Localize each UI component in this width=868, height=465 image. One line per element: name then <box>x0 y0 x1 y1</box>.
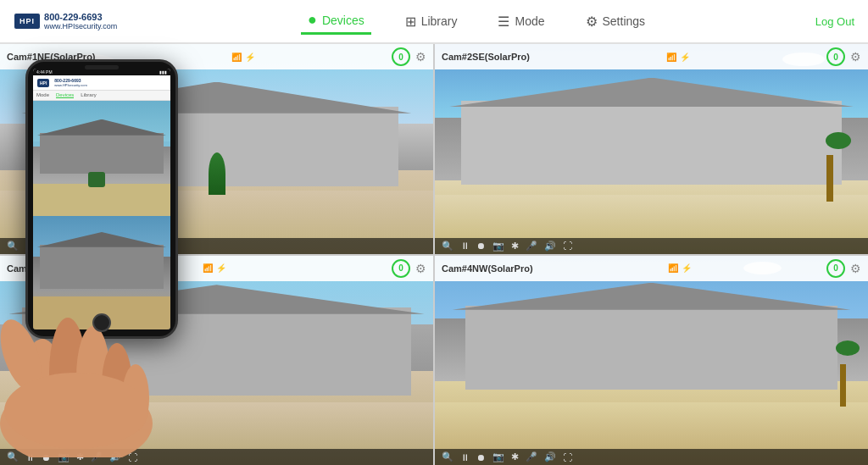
nav-mode[interactable]: ☰ Mode <box>491 10 551 33</box>
nav-settings[interactable]: ⚙ Settings <box>579 10 653 33</box>
logo-phone: 800-229-6693 <box>44 12 117 22</box>
cam4-ctrl-volume[interactable]: 🔊 <box>544 451 556 462</box>
cam1-wifi-icon: 📶 <box>231 53 242 62</box>
nav-devices[interactable]: ● Devices <box>301 8 371 35</box>
cam1-signal-icon: ⚡ <box>245 53 255 62</box>
cam2-wifi-icon: 📶 <box>666 53 676 62</box>
phone-status-bar: 4:44 PM ▮▮▮ <box>33 69 170 75</box>
cam4-ctrl-motion[interactable]: ✱ <box>511 451 519 462</box>
cam2-ctrl-volume[interactable]: 🔊 <box>544 241 556 252</box>
phone-nav-mode[interactable]: Mode <box>36 92 49 98</box>
cam4-label-bar: Cam#4NW(SolarPro) 📶 ⚡ 0 ⚙ <box>435 256 868 281</box>
cam2-title: Cam#2SE(SolarPro) <box>442 52 530 62</box>
logo-url: www.HPIsecurity.com <box>44 22 117 30</box>
app-container: HPI 800-229-6693 www.HPIsecurity.com ● D… <box>0 0 868 465</box>
logo-text: 800-229-6693 www.HPIsecurity.com <box>44 12 117 30</box>
cam2-controls: 🔍 ⏸ ⏺ 📷 ✱ 🎤 🔊 ⛶ <box>435 238 868 254</box>
cam4-ctrl-photo[interactable]: 📷 <box>492 451 504 462</box>
settings-gear-icon: ⚙ <box>586 14 598 30</box>
cam4-ctrl-pause[interactable]: ⏸ <box>460 452 470 462</box>
cam4-ctrl-record[interactable]: ⏺ <box>476 452 486 462</box>
nav-library-label: Library <box>421 14 458 28</box>
cam1-badge: 0 <box>392 47 410 66</box>
camera-cell-4: Cam#4NW(SolarPro) 📶 ⚡ 0 ⚙ 🔍 ⏸ ⏺ 📷 ✱ 🎤 🔊 <box>435 256 868 466</box>
phone-signal: ▮▮▮ <box>159 69 167 75</box>
mode-lines-icon: ☰ <box>498 14 509 30</box>
cam2-ctrl-search[interactable]: 🔍 <box>442 241 453 252</box>
library-grid-icon: ⊞ <box>405 14 416 30</box>
phone-nav-library[interactable]: Library <box>81 92 96 98</box>
cam2-icons-right: 0 ⚙ <box>826 47 861 66</box>
cam3-icons-right: 0 ⚙ <box>392 259 426 278</box>
cam2-label-bar: Cam#2SE(SolarPro) 📶 ⚡ 0 ⚙ <box>435 44 868 69</box>
cam2-ctrl-photo[interactable]: 📷 <box>492 241 504 252</box>
cam4-ctrl-search[interactable]: 🔍 <box>442 451 453 462</box>
nav-mode-label: Mode <box>515 14 544 28</box>
phone-home-button[interactable] <box>92 313 111 332</box>
phone-logo-text: 800-229-6693 www.HPIsecurity.com <box>54 78 86 87</box>
main-nav: ● Devices ⊞ Library ☰ Mode ⚙ Settings <box>137 8 815 35</box>
logo-area: HPI 800-229-6693 www.HPIsecurity.com <box>14 12 117 30</box>
devices-dot-icon: ● <box>308 11 317 29</box>
phone-overlay: 4:44 PM ▮▮▮ HPI 800-229-6693 www.HPIsecu… <box>0 34 229 449</box>
nav-settings-label: Settings <box>603 14 646 28</box>
phone-nav-devices[interactable]: Devices <box>56 92 74 98</box>
logo-icon: HPI <box>14 13 41 30</box>
cam2-ctrl-motion[interactable]: ✱ <box>511 241 519 252</box>
phone-header: HPI 800-229-6693 www.HPIsecurity.com <box>33 75 170 91</box>
cam2-settings-icon[interactable]: ⚙ <box>850 50 861 64</box>
cam4-signal-icon: ⚡ <box>682 263 692 273</box>
svg-point-7 <box>4 373 148 449</box>
cam2-badge: 0 <box>826 47 845 66</box>
cam2-ctrl-record[interactable]: ⏺ <box>476 241 486 251</box>
cam2-ctrl-mic[interactable]: 🎤 <box>526 241 537 252</box>
phone-time: 4:44 PM <box>36 69 53 75</box>
cam3-badge: 0 <box>392 259 410 278</box>
cam4-settings-icon[interactable]: ⚙ <box>850 262 861 275</box>
cam4-wifi-icon: 📶 <box>668 263 678 273</box>
cam4-controls: 🔍 ⏸ ⏺ 📷 ✱ 🎤 🔊 ⛶ <box>435 449 868 465</box>
hand-svg <box>0 186 178 457</box>
cam3-settings-icon[interactable]: ⚙ <box>415 262 426 275</box>
cam1-settings-icon[interactable]: ⚙ <box>415 50 426 64</box>
camera-cell-2: Cam#2SE(SolarPro) 📶 ⚡ 0 ⚙ 🔍 ⏸ ⏺ 📷 ✱ 🎤 🔊 <box>435 44 868 254</box>
cam4-ctrl-mic[interactable]: 🎤 <box>526 451 537 462</box>
cam2-ctrl-fullscreen[interactable]: ⛶ <box>563 241 572 251</box>
cam2-ctrl-pause[interactable]: ⏸ <box>460 241 470 251</box>
phone-nav: Mode Devices Library <box>33 91 170 101</box>
nav-devices-label: Devices <box>322 14 364 27</box>
cam2-signal-icon: ⚡ <box>680 53 690 62</box>
nav-library[interactable]: ⊞ Library <box>398 10 465 33</box>
cam4-icons-right: 0 ⚙ <box>826 259 861 278</box>
cam4-ctrl-fullscreen[interactable]: ⛶ <box>563 452 572 462</box>
phone-header-url: www.HPIsecurity.com <box>54 83 86 87</box>
cam1-icons-right: 0 ⚙ <box>392 47 426 66</box>
phone-logo-box: HPI <box>37 79 49 87</box>
logout-button[interactable]: Log Out <box>815 15 854 28</box>
cam4-title: Cam#4NW(SolarPro) <box>442 263 533 274</box>
cam4-badge: 0 <box>826 259 845 278</box>
